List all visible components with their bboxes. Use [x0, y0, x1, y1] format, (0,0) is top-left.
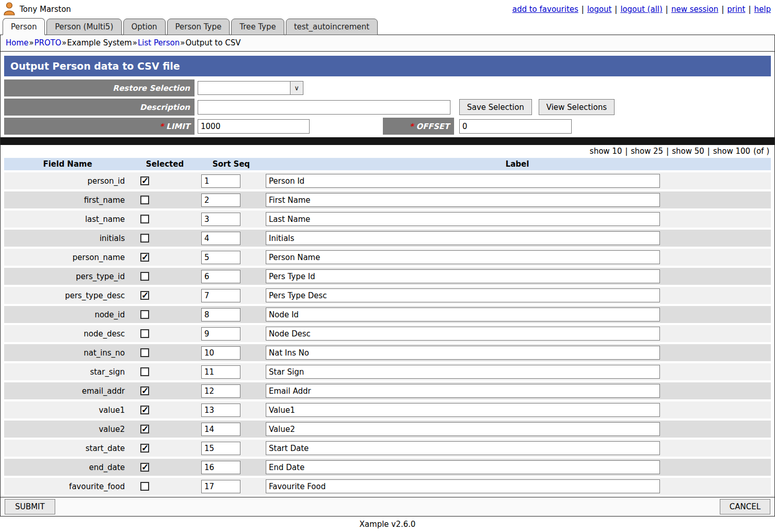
selected-checkbox[interactable]	[140, 196, 149, 204]
label-cell	[264, 401, 771, 418]
label-input[interactable]	[266, 269, 660, 283]
pagination-show-50[interactable]: show 50	[672, 147, 704, 156]
label-input[interactable]	[266, 231, 660, 245]
sort-seq-input[interactable]	[201, 308, 240, 321]
selected-checkbox[interactable]	[140, 367, 149, 376]
label-input[interactable]	[266, 365, 660, 379]
tab-option[interactable]: Option	[123, 19, 166, 35]
selected-checkbox[interactable]	[140, 329, 149, 338]
header-link-help[interactable]: help	[754, 5, 771, 14]
tab-tree-type[interactable]: Tree Type	[231, 19, 284, 35]
tab-test-autoincrement[interactable]: test_autoincrement	[286, 19, 378, 35]
sort-seq-input[interactable]	[201, 442, 240, 455]
limit-input[interactable]	[198, 119, 310, 134]
sort-seq-input[interactable]	[201, 232, 240, 245]
selected-checkbox[interactable]	[140, 482, 149, 491]
field-name-label: first_name	[84, 196, 125, 205]
pagination-show-25[interactable]: show 25	[631, 147, 664, 156]
label-input[interactable]	[266, 308, 660, 321]
label-input[interactable]	[266, 422, 660, 436]
submit-button[interactable]: SUBMIT	[5, 499, 55, 514]
label-input[interactable]	[266, 403, 660, 417]
label-input[interactable]	[266, 384, 660, 398]
table-row: initials	[4, 230, 771, 247]
main-content: Home»PROTO»Example System»List Person»Ou…	[0, 35, 775, 517]
pagination-show-10[interactable]: show 10	[590, 147, 622, 156]
field-name-label: nat_ins_no	[84, 348, 125, 358]
selected-cell	[131, 306, 199, 323]
header-link-logout[interactable]: logout	[587, 5, 611, 14]
cancel-button[interactable]: CANCEL	[720, 499, 770, 514]
breadcrumb-link-proto[interactable]: PROTO	[34, 38, 61, 47]
selected-checkbox[interactable]	[140, 176, 149, 185]
label-input[interactable]	[266, 346, 660, 360]
sort-seq-input[interactable]	[201, 251, 240, 264]
header-link-add-to-favourites[interactable]: add to favourites	[512, 5, 578, 14]
field-name-label: person_name	[73, 253, 125, 262]
label-input[interactable]	[266, 250, 660, 264]
breadcrumb-link-list-person[interactable]: List Person	[138, 38, 180, 47]
selected-checkbox[interactable]	[140, 291, 149, 300]
view-selections-button[interactable]: View Selections	[539, 99, 615, 115]
field-name-cell: pers_type_desc	[4, 287, 131, 304]
save-selection-button[interactable]: Save Selection	[459, 99, 532, 115]
label-input[interactable]	[266, 460, 660, 474]
selected-checkbox[interactable]	[140, 215, 149, 223]
label-input[interactable]	[266, 441, 660, 455]
tab-person-type[interactable]: Person Type	[167, 19, 230, 35]
pagination-separator: |	[666, 147, 669, 156]
header-link-new-session[interactable]: new session	[671, 5, 718, 14]
required-marker: *	[410, 122, 414, 131]
required-marker: *	[159, 122, 164, 131]
sort-seq-input[interactable]	[201, 270, 240, 283]
sort-seq-input[interactable]	[201, 213, 240, 226]
label-input[interactable]	[266, 174, 660, 188]
selected-checkbox[interactable]	[140, 386, 149, 395]
page-title: Output Person data to CSV file	[4, 56, 771, 76]
selected-checkbox[interactable]	[140, 444, 149, 453]
sort-seq-input[interactable]	[201, 289, 240, 302]
sort-seq-input[interactable]	[201, 194, 240, 207]
sort-seq-input[interactable]	[201, 327, 240, 341]
restore-selection-select[interactable]	[198, 81, 303, 95]
label-input[interactable]	[266, 193, 660, 207]
breadcrumb-link-home[interactable]: Home	[6, 38, 28, 47]
user-icon	[3, 2, 15, 18]
sort-seq-input[interactable]	[201, 480, 240, 493]
field-name-cell: pers_type_id	[4, 268, 131, 285]
tab-person[interactable]: Person	[3, 18, 45, 35]
tab-person-multi5[interactable]: Person (Multi5)	[46, 19, 121, 35]
selected-checkbox[interactable]	[140, 272, 149, 281]
header-link-print[interactable]: print	[727, 5, 745, 14]
sort-seq-input[interactable]	[201, 346, 240, 360]
restore-selection-label: Restore Selection	[4, 79, 195, 96]
pagination-show-100[interactable]: show 100	[713, 147, 750, 156]
selected-checkbox[interactable]	[140, 463, 149, 472]
description-input[interactable]	[198, 100, 450, 115]
sort-seq-input[interactable]	[201, 365, 240, 379]
field-name-cell: first_name	[4, 191, 131, 208]
selected-checkbox[interactable]	[140, 234, 149, 243]
selected-checkbox[interactable]	[140, 406, 149, 414]
sort-seq-cell	[199, 363, 264, 380]
selected-cell	[131, 249, 199, 266]
divider-band	[1, 137, 774, 145]
label-input[interactable]	[266, 212, 660, 226]
sort-seq-input[interactable]	[201, 423, 240, 436]
selected-checkbox[interactable]	[140, 348, 149, 357]
sort-seq-input[interactable]	[201, 174, 240, 188]
sort-seq-input[interactable]	[201, 461, 240, 474]
sort-seq-input[interactable]	[201, 404, 240, 417]
sort-seq-input[interactable]	[201, 384, 240, 398]
offset-input[interactable]	[459, 119, 572, 134]
chevron-down-icon	[290, 82, 303, 94]
selected-checkbox[interactable]	[140, 425, 149, 433]
label-input[interactable]	[266, 288, 660, 302]
selected-checkbox[interactable]	[140, 253, 149, 262]
label-cell	[264, 478, 771, 495]
header-link-logout-all[interactable]: logout (all)	[620, 5, 662, 14]
user-info: Tony Marston	[3, 2, 71, 18]
label-input[interactable]	[266, 327, 660, 341]
selected-checkbox[interactable]	[140, 310, 149, 319]
label-input[interactable]	[266, 479, 660, 493]
